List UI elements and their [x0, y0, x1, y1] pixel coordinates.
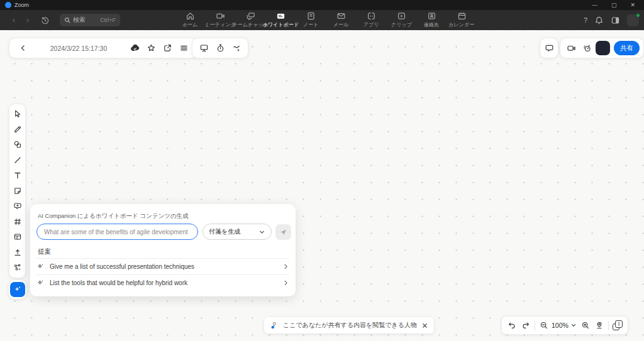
presentation-tools [192, 38, 248, 58]
tab-notes[interactable]: ノート [296, 10, 326, 30]
board-header: 2024/3/22 15:17:30 [9, 38, 197, 58]
present-screen-icon[interactable] [196, 40, 212, 57]
send-prompt-button[interactable] [275, 224, 291, 240]
ai-panel-title: AI Companion によるホワイトボード コンテンツの生成 [38, 212, 189, 220]
tab-calendar[interactable]: カレンダー [447, 10, 477, 30]
chevron-down-icon [258, 229, 265, 235]
laser-pointer-icon[interactable] [228, 40, 245, 57]
zoom-chevron-down-icon[interactable] [569, 317, 579, 333]
ai-companion-panel: AI Companion によるホワイトボード コンテンツの生成 付箋を生成 提… [30, 204, 296, 296]
table-icon[interactable] [9, 229, 26, 245]
pages-icon[interactable]: 1 [611, 317, 625, 333]
whiteboard-icon [276, 11, 286, 21]
zoom-logo-icon [5, 2, 11, 8]
select-icon[interactable] [9, 106, 26, 122]
tab-apps[interactable]: アプリ [356, 10, 386, 30]
page-number: 1 [615, 320, 623, 328]
sparkle-icon [36, 263, 45, 271]
tab-whiteboard[interactable]: ホワイトボード [265, 10, 296, 30]
timer-icon[interactable] [212, 40, 228, 57]
minimize-button[interactable]: — [592, 0, 597, 10]
line-icon[interactable] [9, 153, 26, 168]
tab-mail[interactable]: メール [326, 10, 356, 30]
search-input[interactable]: 検索 Ctrl+F [60, 14, 120, 26]
window-title: Zoom [14, 2, 29, 8]
close-button[interactable]: ✕ [630, 0, 635, 10]
notifications-bell-icon[interactable] [594, 16, 604, 25]
text-icon[interactable] [9, 168, 26, 183]
board-back-icon[interactable] [14, 40, 31, 57]
sparkle-icon [36, 279, 45, 287]
apps-icon [367, 11, 376, 21]
suggestion-item[interactable]: Give me a list of successful presentatio… [36, 258, 289, 274]
frame-icon[interactable] [9, 214, 26, 230]
drawing-toolbar [9, 104, 26, 278]
search-placeholder: 検索 [73, 16, 86, 24]
whiteboard-canvas[interactable]: 2024/3/22 15:17:30 [0, 30, 644, 341]
mail-icon [336, 11, 346, 21]
ai-prompt-input[interactable] [36, 224, 198, 240]
tab-team-chat[interactable]: チームチャット [235, 10, 265, 30]
side-panel-icon[interactable] [611, 16, 620, 25]
comment-icon[interactable] [9, 198, 26, 214]
cloud-sync-icon[interactable] [126, 40, 143, 57]
share-button[interactable]: 共有 [614, 41, 640, 55]
redo-icon[interactable] [519, 317, 533, 333]
maximize-button[interactable]: ▢ [611, 0, 617, 10]
ai-companion-launcher [8, 279, 27, 300]
divider [608, 321, 609, 330]
video-camera-icon[interactable] [564, 40, 578, 57]
share-visibility-notice: ここであなたが共有する内容を閲覧できる人物 [264, 317, 434, 333]
suggestion-item[interactable]: List the tools that would be helpful for… [36, 274, 289, 291]
suggestions-label: 提案 [38, 247, 51, 256]
shapes-icon[interactable] [9, 137, 26, 153]
suggestion-text: List the tools that would be helpful for… [50, 279, 187, 286]
meetings-icon [216, 11, 225, 21]
chevron-right-icon [282, 279, 289, 286]
locate-pin-icon[interactable] [592, 317, 606, 333]
user-avatar[interactable] [627, 14, 639, 26]
suggestion-text: Give me a list of successful presentatio… [50, 263, 194, 270]
ai-companion-icon[interactable] [10, 282, 25, 297]
zoom-level-value[interactable]: 100% [551, 322, 569, 329]
contacts-icon [427, 11, 436, 21]
upload-icon[interactable] [9, 245, 26, 261]
board-menu-icon[interactable] [175, 40, 192, 57]
chevron-right-icon [282, 263, 289, 270]
history-icon[interactable] [40, 16, 50, 25]
forward-icon[interactable]: › [23, 16, 33, 24]
undo-icon[interactable] [505, 317, 519, 333]
zoom-out-icon[interactable] [537, 317, 551, 333]
zoom-app-window: Zoom — ▢ ✕ ‹ › 検索 Ctrl+F [0, 0, 644, 341]
share-notice-text: ここであなたが共有する内容を閲覧できる人物 [283, 321, 417, 330]
tab-clips[interactable]: クリップ [386, 10, 416, 30]
viewers-person-icon [270, 321, 279, 330]
zoom-in-icon[interactable] [579, 317, 592, 333]
activity-stopwatch-icon[interactable] [580, 40, 594, 57]
calendar-icon [457, 11, 467, 21]
team-chat-icon [246, 11, 255, 21]
sticky-note-icon[interactable] [9, 183, 26, 199]
divider [535, 321, 535, 330]
search-icon [64, 17, 70, 23]
pen-icon[interactable] [9, 122, 26, 138]
share-toolbar: 共有 [560, 38, 644, 58]
tab-home[interactable]: ホーム [175, 10, 205, 30]
online-status-dot [636, 13, 640, 18]
search-shortcut: Ctrl+F [100, 17, 116, 23]
export-share-icon[interactable] [159, 40, 175, 57]
star-favorite-icon[interactable] [143, 40, 159, 57]
collaborator-avatar[interactable] [596, 41, 610, 55]
mindmap-icon[interactable] [9, 260, 26, 276]
close-notice-icon[interactable] [421, 322, 428, 329]
generate-type-select[interactable]: 付箋を生成 [203, 224, 272, 240]
tab-contacts[interactable]: 連絡先 [416, 10, 447, 30]
back-icon[interactable]: ‹ [9, 16, 19, 24]
canvas-controls: 100% 1 [501, 316, 628, 335]
generate-type-value: 付箋を生成 [209, 227, 240, 236]
comment-bubble-icon[interactable] [541, 40, 557, 57]
board-title[interactable]: 2024/3/22 15:17:30 [31, 45, 126, 52]
tab-meetings[interactable]: ミーティング [205, 10, 235, 30]
help-icon[interactable]: ? [584, 16, 587, 24]
comments-pill [540, 38, 558, 58]
